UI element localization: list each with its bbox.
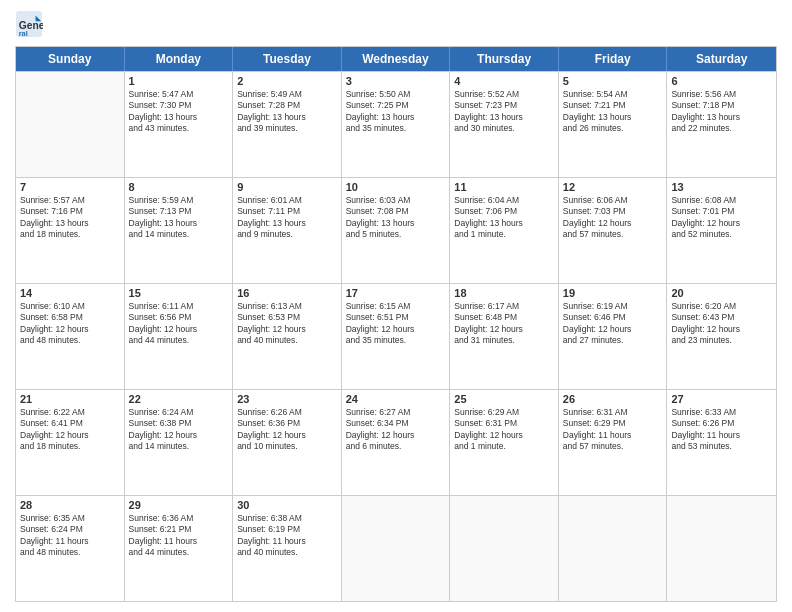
day-number: 25: [454, 393, 554, 405]
day-number: 30: [237, 499, 337, 511]
day-cell-30: 30Sunrise: 6:38 AMSunset: 6:19 PMDayligh…: [233, 496, 342, 601]
day-number: 5: [563, 75, 663, 87]
day-cell-10: 10Sunrise: 6:03 AMSunset: 7:08 PMDayligh…: [342, 178, 451, 283]
day-info: Sunrise: 6:31 AMSunset: 6:29 PMDaylight:…: [563, 407, 663, 453]
day-info: Sunrise: 6:17 AMSunset: 6:48 PMDaylight:…: [454, 301, 554, 347]
day-number: 22: [129, 393, 229, 405]
weekday-header-sunday: Sunday: [16, 47, 125, 71]
day-number: 27: [671, 393, 772, 405]
calendar-header: SundayMondayTuesdayWednesdayThursdayFrid…: [16, 47, 776, 71]
day-cell-23: 23Sunrise: 6:26 AMSunset: 6:36 PMDayligh…: [233, 390, 342, 495]
day-info: Sunrise: 5:50 AMSunset: 7:25 PMDaylight:…: [346, 89, 446, 135]
day-number: 16: [237, 287, 337, 299]
day-cell-empty: [16, 72, 125, 177]
weekday-header-wednesday: Wednesday: [342, 47, 451, 71]
day-info: Sunrise: 6:29 AMSunset: 6:31 PMDaylight:…: [454, 407, 554, 453]
day-cell-13: 13Sunrise: 6:08 AMSunset: 7:01 PMDayligh…: [667, 178, 776, 283]
page: Gene ral SundayMondayTuesdayWednesdayThu…: [0, 0, 792, 612]
day-number: 13: [671, 181, 772, 193]
day-cell-27: 27Sunrise: 6:33 AMSunset: 6:26 PMDayligh…: [667, 390, 776, 495]
day-cell-8: 8Sunrise: 5:59 AMSunset: 7:13 PMDaylight…: [125, 178, 234, 283]
day-cell-4: 4Sunrise: 5:52 AMSunset: 7:23 PMDaylight…: [450, 72, 559, 177]
day-cell-1: 1Sunrise: 5:47 AMSunset: 7:30 PMDaylight…: [125, 72, 234, 177]
day-info: Sunrise: 6:01 AMSunset: 7:11 PMDaylight:…: [237, 195, 337, 241]
day-info: Sunrise: 6:22 AMSunset: 6:41 PMDaylight:…: [20, 407, 120, 453]
day-cell-18: 18Sunrise: 6:17 AMSunset: 6:48 PMDayligh…: [450, 284, 559, 389]
svg-text:ral: ral: [19, 29, 28, 38]
logo: Gene ral: [15, 10, 45, 38]
day-cell-12: 12Sunrise: 6:06 AMSunset: 7:03 PMDayligh…: [559, 178, 668, 283]
day-info: Sunrise: 5:56 AMSunset: 7:18 PMDaylight:…: [671, 89, 772, 135]
day-cell-24: 24Sunrise: 6:27 AMSunset: 6:34 PMDayligh…: [342, 390, 451, 495]
day-cell-empty: [342, 496, 451, 601]
day-number: 1: [129, 75, 229, 87]
day-cell-3: 3Sunrise: 5:50 AMSunset: 7:25 PMDaylight…: [342, 72, 451, 177]
day-cell-22: 22Sunrise: 6:24 AMSunset: 6:38 PMDayligh…: [125, 390, 234, 495]
day-cell-29: 29Sunrise: 6:36 AMSunset: 6:21 PMDayligh…: [125, 496, 234, 601]
day-cell-20: 20Sunrise: 6:20 AMSunset: 6:43 PMDayligh…: [667, 284, 776, 389]
day-number: 19: [563, 287, 663, 299]
day-cell-empty: [667, 496, 776, 601]
day-info: Sunrise: 6:36 AMSunset: 6:21 PMDaylight:…: [129, 513, 229, 559]
day-number: 6: [671, 75, 772, 87]
day-cell-15: 15Sunrise: 6:11 AMSunset: 6:56 PMDayligh…: [125, 284, 234, 389]
day-cell-17: 17Sunrise: 6:15 AMSunset: 6:51 PMDayligh…: [342, 284, 451, 389]
day-info: Sunrise: 6:20 AMSunset: 6:43 PMDaylight:…: [671, 301, 772, 347]
day-info: Sunrise: 5:54 AMSunset: 7:21 PMDaylight:…: [563, 89, 663, 135]
day-number: 15: [129, 287, 229, 299]
day-info: Sunrise: 6:11 AMSunset: 6:56 PMDaylight:…: [129, 301, 229, 347]
day-cell-19: 19Sunrise: 6:19 AMSunset: 6:46 PMDayligh…: [559, 284, 668, 389]
day-number: 14: [20, 287, 120, 299]
day-info: Sunrise: 6:33 AMSunset: 6:26 PMDaylight:…: [671, 407, 772, 453]
day-info: Sunrise: 6:04 AMSunset: 7:06 PMDaylight:…: [454, 195, 554, 241]
day-number: 9: [237, 181, 337, 193]
day-cell-21: 21Sunrise: 6:22 AMSunset: 6:41 PMDayligh…: [16, 390, 125, 495]
day-cell-empty: [559, 496, 668, 601]
calendar-row-2: 7Sunrise: 5:57 AMSunset: 7:16 PMDaylight…: [16, 177, 776, 283]
day-info: Sunrise: 5:52 AMSunset: 7:23 PMDaylight:…: [454, 89, 554, 135]
weekday-header-thursday: Thursday: [450, 47, 559, 71]
day-info: Sunrise: 6:03 AMSunset: 7:08 PMDaylight:…: [346, 195, 446, 241]
day-info: Sunrise: 6:27 AMSunset: 6:34 PMDaylight:…: [346, 407, 446, 453]
day-cell-7: 7Sunrise: 5:57 AMSunset: 7:16 PMDaylight…: [16, 178, 125, 283]
day-info: Sunrise: 6:08 AMSunset: 7:01 PMDaylight:…: [671, 195, 772, 241]
calendar-row-5: 28Sunrise: 6:35 AMSunset: 6:24 PMDayligh…: [16, 495, 776, 601]
weekday-header-monday: Monday: [125, 47, 234, 71]
day-info: Sunrise: 6:19 AMSunset: 6:46 PMDaylight:…: [563, 301, 663, 347]
day-cell-2: 2Sunrise: 5:49 AMSunset: 7:28 PMDaylight…: [233, 72, 342, 177]
day-info: Sunrise: 6:13 AMSunset: 6:53 PMDaylight:…: [237, 301, 337, 347]
day-cell-11: 11Sunrise: 6:04 AMSunset: 7:06 PMDayligh…: [450, 178, 559, 283]
day-cell-14: 14Sunrise: 6:10 AMSunset: 6:58 PMDayligh…: [16, 284, 125, 389]
day-info: Sunrise: 6:38 AMSunset: 6:19 PMDaylight:…: [237, 513, 337, 559]
day-cell-empty: [450, 496, 559, 601]
day-number: 20: [671, 287, 772, 299]
day-info: Sunrise: 6:10 AMSunset: 6:58 PMDaylight:…: [20, 301, 120, 347]
day-cell-16: 16Sunrise: 6:13 AMSunset: 6:53 PMDayligh…: [233, 284, 342, 389]
calendar-row-3: 14Sunrise: 6:10 AMSunset: 6:58 PMDayligh…: [16, 283, 776, 389]
day-number: 8: [129, 181, 229, 193]
header: Gene ral: [15, 10, 777, 38]
day-number: 21: [20, 393, 120, 405]
day-info: Sunrise: 6:06 AMSunset: 7:03 PMDaylight:…: [563, 195, 663, 241]
day-cell-9: 9Sunrise: 6:01 AMSunset: 7:11 PMDaylight…: [233, 178, 342, 283]
day-number: 2: [237, 75, 337, 87]
calendar-row-4: 21Sunrise: 6:22 AMSunset: 6:41 PMDayligh…: [16, 389, 776, 495]
day-number: 3: [346, 75, 446, 87]
calendar-row-1: 1Sunrise: 5:47 AMSunset: 7:30 PMDaylight…: [16, 71, 776, 177]
day-number: 4: [454, 75, 554, 87]
day-number: 26: [563, 393, 663, 405]
day-info: Sunrise: 6:35 AMSunset: 6:24 PMDaylight:…: [20, 513, 120, 559]
day-info: Sunrise: 5:57 AMSunset: 7:16 PMDaylight:…: [20, 195, 120, 241]
weekday-header-tuesday: Tuesday: [233, 47, 342, 71]
day-cell-26: 26Sunrise: 6:31 AMSunset: 6:29 PMDayligh…: [559, 390, 668, 495]
day-number: 10: [346, 181, 446, 193]
day-number: 17: [346, 287, 446, 299]
weekday-header-saturday: Saturday: [667, 47, 776, 71]
day-info: Sunrise: 5:49 AMSunset: 7:28 PMDaylight:…: [237, 89, 337, 135]
day-info: Sunrise: 5:47 AMSunset: 7:30 PMDaylight:…: [129, 89, 229, 135]
day-number: 23: [237, 393, 337, 405]
calendar: SundayMondayTuesdayWednesdayThursdayFrid…: [15, 46, 777, 602]
calendar-body: 1Sunrise: 5:47 AMSunset: 7:30 PMDaylight…: [16, 71, 776, 601]
day-info: Sunrise: 6:24 AMSunset: 6:38 PMDaylight:…: [129, 407, 229, 453]
day-number: 12: [563, 181, 663, 193]
